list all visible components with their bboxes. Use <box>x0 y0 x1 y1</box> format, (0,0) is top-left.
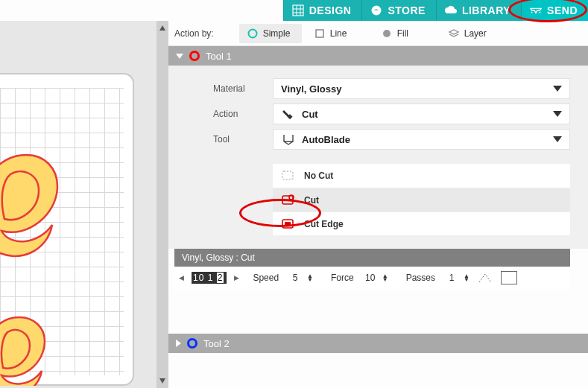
design-canvas[interactable] <box>0 21 157 388</box>
chevron-down-icon <box>553 111 562 117</box>
cutting-mat <box>0 73 134 386</box>
fill-icon <box>381 28 393 39</box>
send-icon <box>529 4 543 17</box>
actionby-simple[interactable]: Simple <box>239 24 302 43</box>
chevron-down-icon <box>553 136 562 142</box>
actionby-opt-label: Line <box>330 28 347 39</box>
blade-right-arrow[interactable]: ▶ <box>234 274 239 282</box>
cut-options: No Cut Cut Cut Edge <box>273 164 570 235</box>
speed-value: 5 <box>286 273 304 283</box>
option-cut[interactable]: Cut <box>273 188 570 212</box>
force-value: 10 <box>361 273 379 283</box>
layer-icon <box>448 28 460 39</box>
actionby-opt-label: Fill <box>397 28 408 39</box>
speed-label: Speed <box>253 273 279 283</box>
svg-point-8 <box>248 29 256 37</box>
nocut-icon <box>280 169 297 182</box>
nav-tab-send[interactable]: SEND <box>521 0 588 21</box>
stepper-arrows[interactable]: ▲▼ <box>307 274 313 282</box>
svg-point-10 <box>383 30 391 37</box>
nav-label: SEND <box>547 4 578 16</box>
overcut-icon[interactable] <box>477 271 493 284</box>
tool-color-icon <box>187 338 197 349</box>
option-label: No Cut <box>304 171 333 181</box>
force-stepper[interactable]: 10 ▲▼ <box>361 273 388 283</box>
line-icon <box>314 28 326 39</box>
action-by-label: Action by: <box>174 28 214 39</box>
material-label: Material <box>213 83 273 94</box>
stepper-arrows[interactable]: ▲▼ <box>464 274 470 282</box>
tool-color-icon <box>189 51 200 61</box>
passes-value: 1 <box>443 273 461 283</box>
tool-label: Tool <box>213 134 273 144</box>
cut-settings-header: Vinyl, Glossy : Cut <box>174 249 570 267</box>
cut-settings-row: ◀ 10 1 2 ▶ Speed 5 ▲▼ Force 10 ▲▼ Passes… <box>174 267 570 289</box>
send-panel: Action by: Simple Line Fill Layer Tool 1 <box>168 21 588 388</box>
nav-label: STORE <box>388 4 425 16</box>
svg-rect-9 <box>316 30 323 37</box>
actionby-line[interactable]: Line <box>306 24 369 43</box>
action-dropdown[interactable]: Cut <box>273 104 570 124</box>
cloud-icon <box>444 4 458 17</box>
option-cut-edge[interactable]: Cut Edge <box>273 212 570 235</box>
material-dropdown[interactable]: Vinyl, Glossy <box>273 78 570 99</box>
svg-point-5 <box>372 6 382 16</box>
action-by-bar: Action by: Simple Line Fill Layer <box>168 21 588 46</box>
passes-label: Passes <box>406 273 435 283</box>
grid-icon <box>291 4 305 17</box>
actionby-fill[interactable]: Fill <box>373 24 436 43</box>
speed-stepper[interactable]: 5 ▲▼ <box>286 273 313 283</box>
autoblade-icon <box>281 133 294 146</box>
svg-point-6 <box>531 12 533 13</box>
force-label: Force <box>331 273 354 283</box>
actionby-layer[interactable]: Layer <box>440 24 503 43</box>
option-label: Cut <box>304 195 319 206</box>
dropdown-value: Cut <box>302 109 318 120</box>
nav-tab-store[interactable]: STORE <box>361 0 435 21</box>
cut-icon <box>280 194 297 207</box>
nav-label: LIBRARY <box>462 4 510 16</box>
svg-rect-16 <box>285 222 291 226</box>
nav-label: DESIGN <box>309 4 352 16</box>
nav-tab-design[interactable]: DESIGN <box>283 0 362 21</box>
collapse-icon <box>176 54 183 59</box>
expand-icon <box>176 340 181 347</box>
design-artwork <box>0 118 127 386</box>
tool-title: Tool 1 <box>206 51 232 62</box>
actionby-opt-label: Simple <box>263 28 291 39</box>
tool2-header[interactable]: Tool 2 <box>168 334 588 353</box>
cutedge-icon <box>280 217 297 231</box>
blade-depth-display[interactable]: 10 1 2 <box>192 272 227 284</box>
option-no-cut[interactable]: No Cut <box>273 164 570 188</box>
svg-rect-0 <box>293 5 303 16</box>
blade-left-arrow[interactable]: ◀ <box>179 274 184 282</box>
tool-title: Tool 2 <box>203 338 230 349</box>
passes-stepper[interactable]: 1 ▲▼ <box>443 273 470 283</box>
panel-splitter[interactable] <box>157 21 168 388</box>
action-label: Action <box>213 109 273 119</box>
settings-title: Vinyl, Glossy : Cut <box>182 252 255 263</box>
actionby-opt-label: Layer <box>464 28 487 39</box>
tool1-header[interactable]: Tool 1 <box>168 46 588 66</box>
top-nav: DESIGN STORE LIBRARY SEND <box>0 0 588 21</box>
circle-icon <box>247 28 259 39</box>
nav-tab-library[interactable]: LIBRARY <box>436 0 521 21</box>
stepper-arrows[interactable]: ▲▼ <box>382 274 388 282</box>
store-icon <box>370 4 383 17</box>
svg-point-7 <box>540 12 541 13</box>
tool-dropdown[interactable]: AutoBlade <box>273 129 570 150</box>
line-segment-overcut[interactable] <box>501 271 517 284</box>
dropdown-value: AutoBlade <box>302 134 350 145</box>
dropdown-value: Vinyl, Glossy <box>281 83 341 95</box>
chevron-down-icon <box>553 86 562 92</box>
svg-rect-12 <box>282 171 293 179</box>
blade-icon <box>281 107 294 121</box>
option-label: Cut Edge <box>304 219 344 229</box>
tool1-body: Material Vinyl, Glossy Action Cut Tool <box>168 66 588 249</box>
